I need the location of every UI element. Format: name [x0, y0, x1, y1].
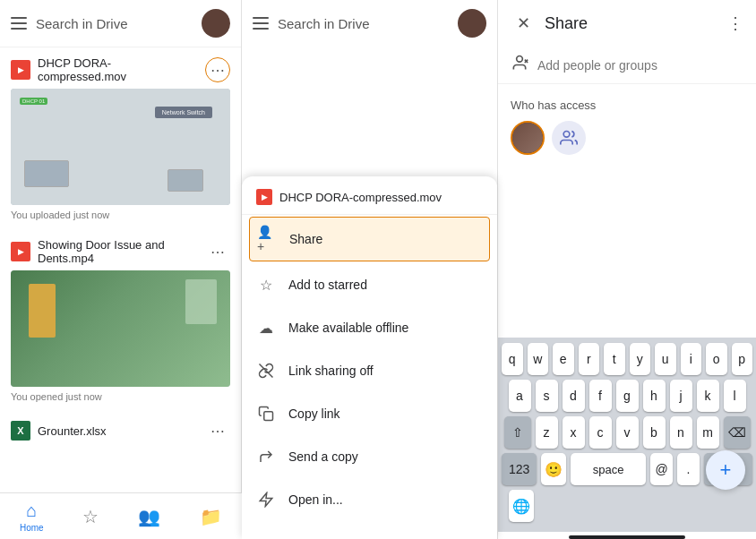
more-button-2[interactable]: ⋯	[205, 239, 230, 264]
context-label-link-sharing: Link sharing off	[288, 364, 374, 378]
context-menu-header: DHCP DORA-compressed.mov	[242, 176, 497, 215]
svg-point-3	[517, 56, 523, 63]
close-button[interactable]: ✕	[511, 11, 536, 36]
context-label-starred: Add to starred	[288, 278, 367, 292]
middle-search-bar[interactable]: Search in Drive	[242, 0, 497, 47]
link-off-icon	[256, 361, 276, 381]
context-item-open-in[interactable]: Open in...	[242, 478, 497, 521]
key-e[interactable]: e	[553, 343, 574, 375]
context-item-copy-link[interactable]: Copy link	[242, 392, 497, 435]
bottom-indicator	[569, 535, 685, 539]
key-v[interactable]: v	[616, 416, 639, 449]
key-globe[interactable]: 🌐	[509, 490, 534, 522]
context-label-offline: Make available offline	[288, 321, 408, 335]
middle-avatar[interactable]	[458, 9, 486, 38]
video-icon-2	[11, 242, 30, 261]
key-h[interactable]: h	[643, 380, 666, 412]
key-c[interactable]: c	[589, 416, 612, 449]
ns-box-2	[168, 169, 203, 192]
key-y[interactable]: y	[630, 343, 651, 375]
search-bar[interactable]: Search in Drive	[0, 0, 241, 47]
door-shape-2	[185, 279, 217, 324]
copy-link-icon	[256, 404, 276, 424]
left-panel: Search in Drive DHCP DORA-compressed.mov…	[0, 0, 242, 539]
key-dot[interactable]: .	[677, 453, 700, 485]
share-more-button[interactable]: ⋮	[727, 13, 743, 33]
key-a[interactable]: a	[509, 380, 531, 412]
add-people-input[interactable]	[537, 58, 743, 73]
shared-icon: 👥	[138, 506, 160, 527]
nav-home[interactable]: ⌂ Home	[20, 500, 44, 533]
context-item-share[interactable]: 👤+ Share	[249, 217, 490, 261]
context-item-offline[interactable]: ☁ Make available offline	[242, 306, 497, 349]
file-item-3: Grounter.xlsx ⋯	[0, 411, 241, 450]
file-header-2: Showing Door Issue and Dents.mp4 ⋯	[11, 238, 230, 265]
key-space[interactable]: space	[571, 453, 646, 485]
context-label-open-in: Open in...	[288, 492, 343, 507]
nav-shared[interactable]: 👥	[138, 506, 160, 527]
door-shape	[29, 284, 56, 338]
key-delete[interactable]: ⌫	[724, 416, 751, 449]
file-item-2: Showing Door Issue and Dents.mp4 ⋯ You o…	[0, 229, 241, 411]
key-shift[interactable]: ⇧	[504, 416, 531, 449]
key-at[interactable]: @	[650, 453, 673, 485]
ns-tag-1: DHCP 01	[20, 98, 47, 105]
key-b[interactable]: b	[643, 416, 666, 449]
context-menu-title: DHCP DORA-compressed.mov	[279, 191, 442, 204]
who-has-access-section: Who has access	[498, 84, 756, 164]
context-label-copy-link: Copy link	[288, 406, 340, 421]
more-button-1[interactable]: ⋯	[205, 57, 230, 82]
key-k[interactable]: k	[697, 380, 719, 412]
key-t[interactable]: t	[604, 343, 625, 375]
file-name-2: Showing Door Issue and Dents.mp4	[38, 238, 198, 265]
key-n[interactable]: n	[670, 416, 692, 449]
nav-starred[interactable]: ☆	[82, 506, 99, 527]
key-i[interactable]: i	[681, 343, 702, 375]
nav-files[interactable]: 📁	[200, 506, 222, 527]
send-copy-icon	[256, 447, 276, 466]
svg-point-6	[563, 132, 570, 138]
file-header-1: DHCP DORA-compressed.mov ⋯	[11, 56, 230, 83]
video-icon-1	[11, 60, 30, 80]
open-in-icon	[256, 490, 276, 509]
middle-search-text: Search in Drive	[278, 16, 449, 31]
key-g[interactable]: g	[616, 380, 639, 412]
avatar[interactable]	[202, 9, 230, 38]
context-item-link-sharing[interactable]: Link sharing off	[242, 349, 497, 392]
home-icon: ⌂	[26, 500, 37, 521]
key-m[interactable]: m	[697, 416, 719, 449]
key-x[interactable]: x	[563, 416, 585, 449]
key-j[interactable]: j	[670, 380, 692, 412]
share-title: Share	[545, 14, 718, 33]
context-item-send-copy[interactable]: Send a copy	[242, 435, 497, 478]
hamburger-icon[interactable]	[11, 17, 27, 30]
thumbnail-2	[11, 270, 230, 387]
key-f[interactable]: f	[589, 380, 612, 412]
share-icon: 👤+	[257, 229, 277, 249]
user-avatar-1[interactable]	[511, 121, 545, 155]
key-s[interactable]: s	[536, 380, 558, 412]
file-item-1: DHCP DORA-compressed.mov ⋯ DHCP 01 Netwo…	[0, 47, 241, 229]
key-w[interactable]: w	[528, 343, 549, 375]
middle-hamburger-icon[interactable]	[253, 17, 269, 30]
key-d[interactable]: d	[563, 380, 585, 412]
key-r[interactable]: r	[579, 343, 600, 375]
more-button-3[interactable]: ⋯	[205, 418, 230, 443]
key-123[interactable]: 123	[502, 453, 537, 485]
key-u[interactable]: u	[655, 343, 676, 375]
key-z[interactable]: z	[536, 416, 558, 449]
key-l[interactable]: l	[724, 380, 746, 412]
nav-home-label: Home	[20, 523, 44, 533]
star-icon: ☆	[256, 275, 276, 295]
key-emoji[interactable]: 🙂	[541, 453, 566, 485]
key-p[interactable]: p	[732, 343, 753, 375]
key-o[interactable]: o	[706, 343, 727, 375]
share-header: ✕ Share ⋮	[498, 0, 756, 47]
search-text: Search in Drive	[36, 16, 193, 31]
files-icon: 📁	[200, 506, 222, 527]
svg-marker-2	[260, 493, 272, 507]
key-q[interactable]: q	[502, 343, 523, 375]
add-people-row[interactable]	[498, 47, 756, 84]
group-avatar[interactable]	[552, 121, 586, 155]
context-item-starred[interactable]: ☆ Add to starred	[242, 263, 497, 306]
